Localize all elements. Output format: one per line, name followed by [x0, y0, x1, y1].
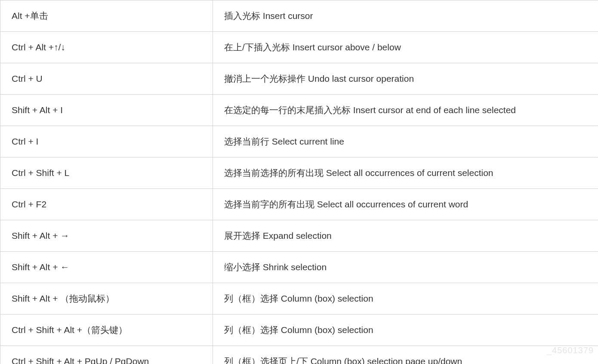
shortcut-description-cell: 展开选择 Expand selection	[213, 220, 598, 252]
table-row: Ctrl + Shift + L选择当前选择的所有出现 Select all o…	[0, 157, 598, 189]
shortcut-key-cell: Ctrl + Shift + Alt +（箭头键）	[0, 315, 213, 346]
table-row: Ctrl + U撤消上一个光标操作 Undo last cursor opera…	[0, 63, 598, 95]
shortcut-key-cell: Shift + Alt + （拖动鼠标）	[0, 283, 213, 315]
shortcut-key-cell: Alt +单击	[0, 0, 213, 32]
table-row: Shift + Alt + （拖动鼠标）列（框）选择 Column (box) …	[0, 283, 598, 315]
shortcut-key-cell: Ctrl + F2	[0, 189, 213, 220]
shortcuts-table-body: Alt +单击插入光标 Insert cursorCtrl + Alt +↑/↓…	[0, 0, 598, 364]
shortcut-description-cell: 列（框）选择 Column (box) selection	[213, 315, 598, 346]
shortcut-description-cell: 选择当前行 Select current line	[213, 126, 598, 157]
shortcuts-table: Alt +单击插入光标 Insert cursorCtrl + Alt +↑/↓…	[0, 0, 598, 364]
shortcut-description-cell: 列（框）选择页上/下 Column (box) selection page u…	[213, 346, 598, 364]
shortcut-key-cell: Ctrl + Alt +↑/↓	[0, 32, 213, 63]
table-row: Ctrl + Shift + Alt +（箭头键）列（框）选择 Column (…	[0, 315, 598, 346]
table-row: Ctrl + Shift + Alt + PgUp / PgDown列（框）选择…	[0, 346, 598, 364]
shortcut-description-cell: 在上/下插入光标 Insert cursor above / below	[213, 32, 598, 63]
shortcut-key-cell: Shift + Alt + →	[0, 220, 213, 252]
table-row: Ctrl + F2选择当前字的所有出现 Select all occurrenc…	[0, 189, 598, 220]
shortcut-description-cell: 在选定的每一行的末尾插入光标 Insert cursor at end of e…	[213, 95, 598, 126]
shortcut-key-cell: Ctrl + Shift + Alt + PgUp / PgDown	[0, 346, 213, 364]
shortcut-description-cell: 列（框）选择 Column (box) selection	[213, 283, 598, 315]
shortcut-description-cell: 选择当前字的所有出现 Select all occurrences of cur…	[213, 189, 598, 220]
table-row: Ctrl + Alt +↑/↓在上/下插入光标 Insert cursor ab…	[0, 32, 598, 63]
shortcut-key-cell: Shift + Alt + I	[0, 95, 213, 126]
table-row: Shift + Alt + ←缩小选择 Shrink selection	[0, 252, 598, 283]
shortcut-description-cell: 缩小选择 Shrink selection	[213, 252, 598, 283]
table-row: Alt +单击插入光标 Insert cursor	[0, 0, 598, 32]
shortcut-key-cell: Ctrl + Shift + L	[0, 157, 213, 189]
shortcut-description-cell: 插入光标 Insert cursor	[213, 0, 598, 32]
shortcut-key-cell: Shift + Alt + ←	[0, 252, 213, 283]
shortcut-key-cell: Ctrl + U	[0, 63, 213, 95]
shortcut-description-cell: 撤消上一个光标操作 Undo last cursor operation	[213, 63, 598, 95]
table-row: Ctrl + I选择当前行 Select current line	[0, 126, 598, 157]
table-row: Shift + Alt + →展开选择 Expand selection	[0, 220, 598, 252]
table-row: Shift + Alt + I在选定的每一行的末尾插入光标 Insert cur…	[0, 95, 598, 126]
shortcut-key-cell: Ctrl + I	[0, 126, 213, 157]
shortcut-description-cell: 选择当前选择的所有出现 Select all occurrences of cu…	[213, 157, 598, 189]
